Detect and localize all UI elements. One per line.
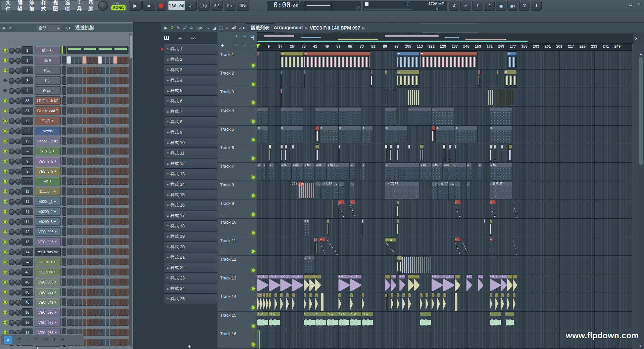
- channel-select-strip[interactable]: [62, 177, 66, 185]
- step-button[interactable]: [106, 97, 109, 104]
- volume-knob[interactable]: [15, 169, 21, 175]
- automation-ramp[interactable]: [326, 237, 338, 255]
- step-button[interactable]: [125, 107, 129, 114]
- playlist-clip[interactable]: [315, 275, 320, 292]
- step-button[interactable]: [102, 318, 106, 326]
- playlist-clip[interactable]: ≡: [408, 107, 431, 125]
- step-button[interactable]: [98, 238, 102, 245]
- step-button[interactable]: [110, 56, 113, 64]
- step-button[interactable]: [106, 258, 109, 265]
- pattern-item[interactable]: ≡样式 24: [164, 284, 217, 293]
- playlist-clip[interactable]: ∞: [319, 237, 325, 255]
- step-button[interactable]: [87, 208, 90, 215]
- playlist-clip[interactable]: ≡: [490, 126, 512, 143]
- step-button[interactable]: [83, 238, 86, 245]
- playlist-clip[interactable]: ⏵V..2: [432, 275, 443, 292]
- select-tool-icon[interactable]: ⬚: [219, 26, 223, 30]
- audio-track-tab-icon[interactable]: ✦: [235, 34, 238, 39]
- rack-levels-tool[interactable]: ⍏: [53, 337, 56, 343]
- channel-target-number[interactable]: ---: [21, 147, 33, 155]
- channel-select-strip[interactable]: [62, 137, 66, 145]
- channel-led[interactable]: [3, 291, 7, 294]
- step-button[interactable]: [71, 147, 75, 155]
- step-button[interactable]: [98, 208, 102, 215]
- channel-target-number[interactable]: 4: [21, 87, 33, 94]
- playlist-clip[interactable]: [449, 144, 452, 162]
- playlist-clip[interactable]: ≡: [362, 126, 373, 143]
- step-button[interactable]: [125, 268, 129, 275]
- pan-knob[interactable]: [9, 138, 15, 144]
- playlist-clip[interactable]: [385, 275, 390, 292]
- step-button[interactable]: [110, 127, 113, 134]
- step-button[interactable]: [94, 339, 98, 346]
- step-button[interactable]: [98, 77, 102, 84]
- step-button[interactable]: [87, 77, 90, 84]
- step-button[interactable]: [75, 147, 79, 155]
- step-button[interactable]: [117, 198, 121, 205]
- playlist-clip[interactable]: [260, 293, 263, 311]
- step-button[interactable]: [110, 228, 113, 235]
- playlist-clip[interactable]: [304, 275, 309, 292]
- step-button[interactable]: [113, 298, 117, 306]
- step-button[interactable]: [102, 218, 106, 225]
- volume-knob[interactable]: [15, 48, 21, 54]
- channel-button[interactable]: 鼓 5 #2: [35, 46, 61, 54]
- playlist-clip[interactable]: [389, 144, 392, 162]
- playlist-clip[interactable]: [266, 293, 268, 311]
- playhead-marker[interactable]: [257, 44, 261, 48]
- blend-recording-button[interactable]: Ш+: [224, 1, 236, 11]
- step-button[interactable]: [110, 339, 113, 346]
- pattern-item[interactable]: ≡样式 8: [164, 117, 217, 127]
- step-button[interactable]: [67, 87, 71, 94]
- pan-knob[interactable]: [9, 58, 15, 64]
- channel-button[interactable]: Clubst..ead 7: [35, 106, 61, 115]
- step-button[interactable]: [106, 329, 109, 336]
- track-header[interactable]: Track 16∙∙∙: [217, 330, 257, 349]
- volume-knob[interactable]: [15, 108, 21, 114]
- track-header[interactable]: Track 4∙∙∙: [217, 107, 257, 125]
- step-button[interactable]: [94, 208, 98, 215]
- step-button[interactable]: [117, 187, 121, 195]
- step-button[interactable]: [75, 77, 79, 84]
- step-button[interactable]: [90, 278, 94, 286]
- step-button[interactable]: [75, 137, 79, 144]
- channel-button[interactable]: Clap: [35, 66, 61, 75]
- channel-select-strip[interactable]: [62, 86, 66, 95]
- playlist-clip[interactable]: ⏵⏵: [304, 51, 370, 69]
- step-button[interactable]: [75, 238, 79, 245]
- menu-item-2[interactable]: 编辑: [15, 0, 27, 13]
- step-button[interactable]: [71, 238, 75, 245]
- step-button[interactable]: [102, 339, 106, 346]
- step-button[interactable]: [83, 117, 86, 124]
- track-enable-led[interactable]: [251, 120, 255, 123]
- playlist-clip[interactable]: [513, 293, 515, 311]
- playlist-clip[interactable]: [327, 219, 330, 236]
- step-button[interactable]: [110, 329, 113, 336]
- channel-target-number[interactable]: 13: [21, 238, 33, 246]
- playlist-clip[interactable]: [507, 293, 510, 311]
- step-button[interactable]: [117, 268, 121, 275]
- pan-knob[interactable]: [9, 219, 15, 225]
- step-button[interactable]: [125, 238, 129, 245]
- step-button[interactable]: [121, 56, 125, 64]
- channel-led[interactable]: [3, 160, 7, 163]
- step-button[interactable]: [90, 177, 94, 185]
- step-button[interactable]: [71, 117, 75, 124]
- track-header[interactable]: Track 3∙∙∙: [217, 88, 257, 107]
- scroll-left-button[interactable]: ❮: [251, 33, 256, 43]
- step-button[interactable]: [106, 56, 109, 64]
- playlist-clip[interactable]: ≡: [338, 107, 361, 125]
- step-button[interactable]: [94, 107, 98, 114]
- cut-icon[interactable]: ✂: [460, 1, 471, 11]
- channel-select-strip[interactable]: [62, 248, 66, 256]
- step-button[interactable]: [90, 147, 94, 155]
- pattern-item[interactable]: ≡样式 5: [164, 86, 217, 95]
- channel-button[interactable]: 鼓 6: [35, 56, 61, 64]
- step-button[interactable]: [71, 177, 75, 185]
- step-button[interactable]: [67, 278, 71, 286]
- rack-zoom-tool[interactable]: ⌕: [4, 336, 12, 344]
- step-button[interactable]: [102, 329, 106, 336]
- step-button[interactable]: [102, 187, 106, 195]
- loop-record-button[interactable]: Ш↻: [237, 1, 249, 11]
- step-button[interactable]: [71, 107, 75, 114]
